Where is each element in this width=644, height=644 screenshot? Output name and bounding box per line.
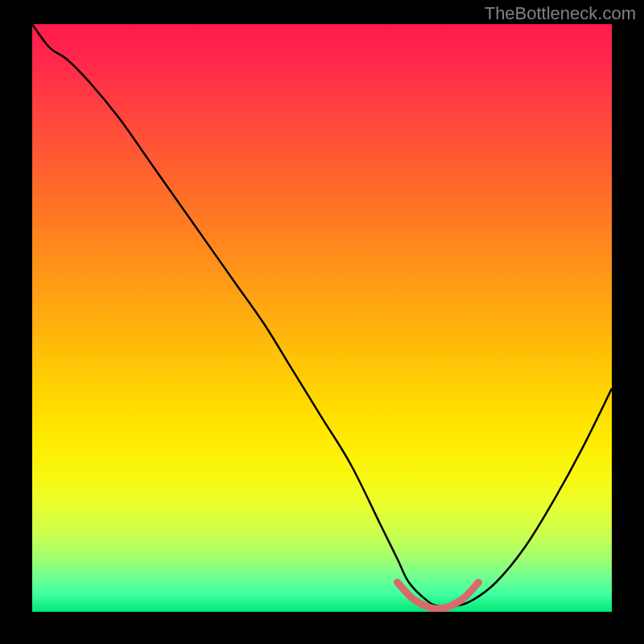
chart-svg xyxy=(32,24,612,612)
chart-plot-area xyxy=(32,24,612,612)
bottleneck-curve-path xyxy=(32,24,612,607)
optimal-highlight-path xyxy=(398,583,479,609)
watermark-text: TheBottleneck.com xyxy=(485,3,636,24)
